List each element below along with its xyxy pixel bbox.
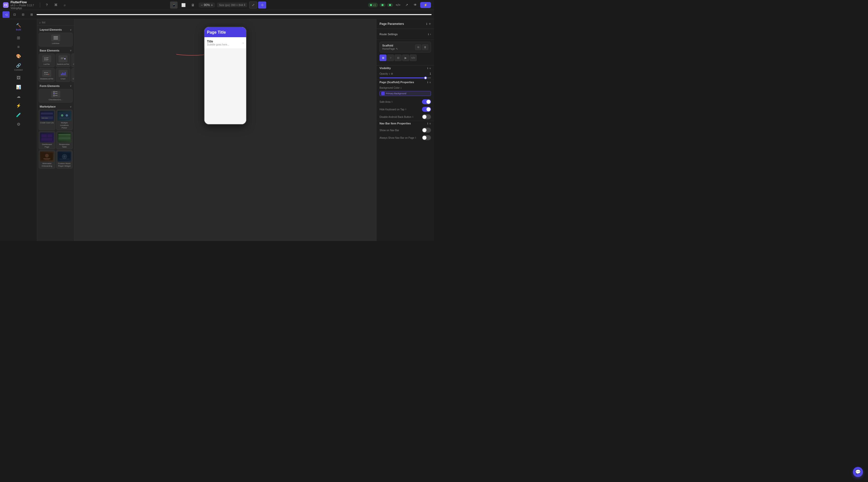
- nav-bar-header[interactable]: Nav Bar Item Properties ℹ ∨: [376, 121, 434, 126]
- hide-keyboard-toggle[interactable]: [422, 107, 431, 112]
- marketplace-minimalist[interactable]: Minimalist Onboarding: [39, 150, 55, 169]
- canvas-fit-button[interactable]: ⤢: [249, 1, 257, 8]
- disable-back-toggle[interactable]: [422, 114, 431, 119]
- widget-search-input[interactable]: [42, 21, 74, 24]
- zoom-in-button[interactable]: +: [211, 3, 213, 7]
- hide-keyboard-info-icon[interactable]: ℹ: [405, 108, 406, 111]
- scaffold-tab-table[interactable]: ⊟: [395, 55, 402, 61]
- opacity-info-icon[interactable]: ℹ: [389, 72, 390, 75]
- page-parameters-add[interactable]: +: [429, 22, 431, 26]
- svg-rect-0: [54, 36, 58, 37]
- scaffold-tab-code[interactable]: </>: [410, 55, 417, 61]
- marketplace-locations[interactable]: Multiple Locations Picker: [56, 110, 73, 130]
- select-deep-button[interactable]: ⊡: [11, 11, 18, 18]
- search-button[interactable]: ⌕: [61, 1, 68, 8]
- select-tool-button[interactable]: ◁: [2, 11, 9, 18]
- widget-chart[interactable]: Chart: [56, 68, 70, 82]
- shortcuts-button[interactable]: ⌘: [52, 1, 59, 8]
- opacity-slider-thumb[interactable]: [424, 77, 427, 80]
- marketplace-credit-card[interactable]: Credit Card UIs: [39, 110, 55, 130]
- sidebar-item-cloud[interactable]: ☁: [1, 92, 36, 101]
- canvas-interact-button[interactable]: ⊹: [258, 1, 266, 8]
- scaffold-delete-button[interactable]: 🗑: [422, 44, 428, 50]
- code-view-button[interactable]: </>: [395, 1, 402, 8]
- zoom-out-button[interactable]: −: [201, 3, 203, 7]
- sidebar-item-nav[interactable]: ≡: [1, 43, 36, 51]
- svg-rect-37: [41, 115, 53, 116]
- always-show-nav-bar-info-icon[interactable]: ℹ: [415, 137, 416, 139]
- move-button[interactable]: ⊞: [28, 11, 35, 18]
- device-desktop-button[interactable]: 🖥: [189, 1, 197, 8]
- preview-button[interactable]: 👁: [412, 1, 419, 8]
- widget-checkboxlisttile[interactable]: CheckboxListTile: [71, 54, 74, 67]
- app-logo: FF: [3, 2, 8, 8]
- scaffold-edit-icon[interactable]: ✎: [396, 48, 398, 50]
- publish-button[interactable]: ⚡: [420, 2, 431, 8]
- sidebar-item-data[interactable]: 📊: [1, 83, 36, 91]
- route-settings-row[interactable]: Route Settings ℹ ›: [376, 31, 434, 37]
- device-tablet-button[interactable]: ⬜: [180, 1, 187, 8]
- widget-listview[interactable]: ListView: [39, 33, 72, 47]
- show-nav-bar-row: Show on Nav Bar: [376, 126, 434, 134]
- layout-elements-header[interactable]: Layout Elements ∨: [37, 26, 74, 33]
- marketplace-music[interactable]: Custom Music Player Widget: [56, 150, 73, 169]
- scaffold-type: Scaffold: [382, 44, 398, 47]
- svg-rect-46: [48, 134, 53, 138]
- widget-conditionalbuild[interactable]: ConditionalBuild...: [71, 68, 74, 82]
- widget-switchlisttile[interactable]: SwitchListTile: [56, 54, 70, 67]
- opacity-slider-track[interactable]: [379, 78, 431, 79]
- always-show-nav-bar-toggle[interactable]: [422, 135, 431, 140]
- external-link-button[interactable]: ↗: [403, 1, 410, 8]
- marketplace-dashboard[interactable]: Dashboard Page: [39, 131, 55, 149]
- scaffold-tab-play[interactable]: ▶: [402, 55, 409, 61]
- scaffold-section: Scaffold HomePage ✎ ⧉ 🗑 ⊞ ⑂ ⊟ ▶ </>: [376, 40, 434, 65]
- canvas-area[interactable]: HomePage ⊡ Page Title Title Subtitle goe…: [74, 19, 376, 241]
- bg-color-info-icon[interactable]: ℹ: [401, 87, 401, 89]
- visibility-header[interactable]: Visibility ℹ ∨: [376, 66, 434, 71]
- svg-rect-4: [46, 58, 49, 58]
- svg-rect-47: [41, 138, 53, 141]
- sidebar-item-integration[interactable]: ⚡: [1, 101, 36, 110]
- sidebar-item-widget[interactable]: ⊞: [1, 33, 36, 42]
- safe-area-info-icon[interactable]: ℹ: [392, 100, 392, 103]
- marketplace-music-thumb: [58, 152, 71, 161]
- scaffold-props-header[interactable]: Page (Scaffold) Properties ℹ ∨: [376, 80, 434, 85]
- sidebar-item-connect[interactable]: 🔗 Connect: [1, 61, 36, 73]
- base-elements-header[interactable]: Base Elements ∨: [37, 47, 74, 54]
- nav-icon: ≡: [17, 45, 20, 49]
- sidebar-item-media[interactable]: 🖼: [1, 73, 36, 82]
- widget-listtile[interactable]: ListTile: [39, 54, 55, 67]
- wrap-button[interactable]: ⊟: [20, 11, 27, 18]
- page-parameters-info[interactable]: ℹ: [426, 22, 427, 26]
- form-elements-header[interactable]: Form Elements ∨: [37, 82, 74, 89]
- widget-chart-label: Chart: [61, 78, 66, 80]
- phone-screen: Page Title Title Subtitle goes here... ›: [205, 27, 246, 124]
- widget-checkboxgroup[interactable]: CheckboxGro...: [39, 89, 72, 103]
- disable-back-label: Disable Android Back Button ℹ: [379, 116, 413, 118]
- scaffold-copy-button[interactable]: ⧉: [415, 44, 421, 50]
- disable-back-info-icon[interactable]: ℹ: [412, 116, 413, 118]
- phone-list-item[interactable]: Title Subtitle goes here... ›: [205, 37, 246, 49]
- marketplace-responsive[interactable]: Responsive Table: [56, 131, 73, 149]
- show-nav-bar-toggle[interactable]: [422, 128, 431, 133]
- form-elements-grid: CheckboxGro...: [37, 89, 74, 103]
- scaffold-tab-widget[interactable]: ⊞: [379, 55, 386, 61]
- sidebar-item-test[interactable]: 🧪: [1, 111, 36, 119]
- svg-rect-22: [62, 72, 63, 75]
- marketplace-header[interactable]: Marketplace ∨: [37, 102, 74, 110]
- sidebar-item-settings[interactable]: ⚙: [1, 120, 36, 129]
- help-button[interactable]: ?: [43, 1, 50, 8]
- widget-slidablelisttile[interactable]: SlidableListTile: [39, 68, 55, 82]
- disable-back-toggle-thumb: [423, 115, 427, 119]
- primary-bg-badge[interactable]: Primary Background: [379, 91, 431, 96]
- route-settings-label: Route Settings: [379, 33, 398, 36]
- sidebar-item-build[interactable]: 🔨 Build: [1, 21, 36, 33]
- visibility-arrow: ∨: [429, 67, 431, 70]
- scaffold-tab-branch[interactable]: ⑂: [387, 55, 394, 61]
- sidebar-item-theme[interactable]: 🎨: [1, 52, 36, 61]
- topbar-center: 📱 ⬜ 🖥 − 90% + Size (px) 390 × 844 ℹ ⤢ ⊹: [70, 1, 366, 8]
- opacity-settings-icon[interactable]: ⚙: [391, 72, 393, 75]
- device-mobile-button[interactable]: 📱: [170, 1, 178, 8]
- svg-rect-50: [58, 138, 70, 139]
- safe-area-toggle[interactable]: [422, 99, 431, 104]
